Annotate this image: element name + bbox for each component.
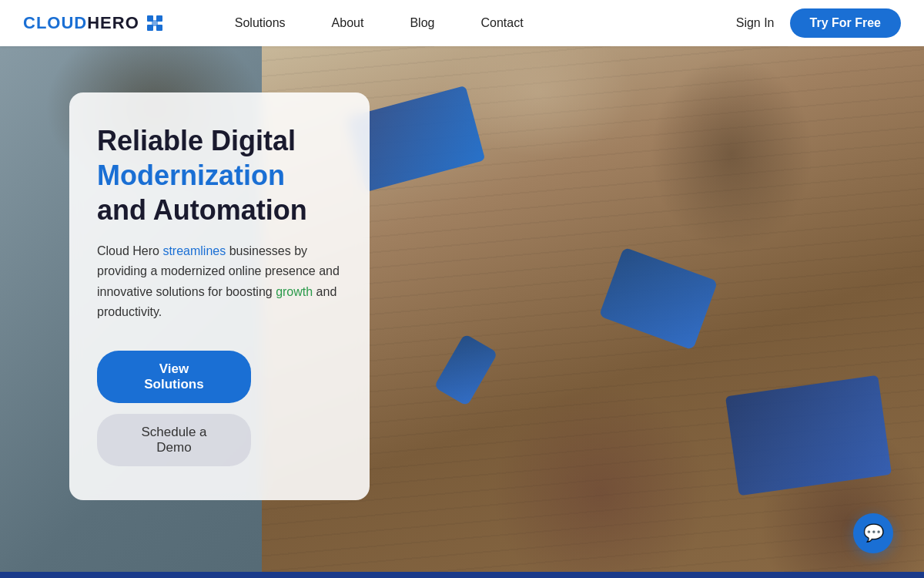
sign-in-button[interactable]: Sign In [736,16,775,30]
nav-contact[interactable]: Contact [457,16,546,30]
hero-subtitle: Cloud Hero streamlines businesses by pro… [97,241,342,323]
schedule-demo-button[interactable]: Schedule a Demo [97,414,251,466]
try-free-button[interactable]: Try For Free [790,8,901,38]
svg-rect-4 [152,20,158,26]
logo[interactable]: CLOUDHERO [23,12,166,34]
logo-text: CLOUDHERO [23,13,139,33]
chat-button[interactable]: 💬 [853,513,893,553]
nav-blog[interactable]: Blog [387,16,457,30]
nav-links: Solutions About Blog Contact [212,16,736,30]
nav-actions: Sign In Try For Free [736,8,901,38]
navbar: CLOUDHERO Solutions About Blog Contact S… [0,0,924,46]
bottom-bar [0,572,924,578]
hero-title: Reliable Digital Modernization and Autom… [97,123,342,227]
chat-icon: 💬 [863,523,884,543]
nav-solutions[interactable]: Solutions [212,16,309,30]
logo-icon [144,12,166,34]
device-laptop-2 [725,375,892,496]
view-solutions-button[interactable]: View Solutions [97,351,251,403]
nav-about[interactable]: About [309,16,387,30]
hero-card: Reliable Digital Modernization and Autom… [69,92,370,500]
hero-buttons: View Solutions Schedule a Demo [97,351,342,466]
